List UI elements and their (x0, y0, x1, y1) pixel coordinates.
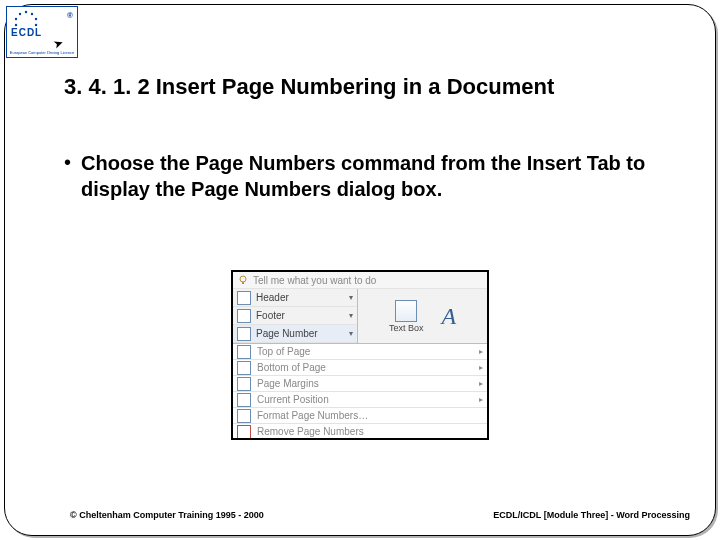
bullet-marker: • (64, 150, 71, 174)
submenu-current-position[interactable]: Current Position ▸ (233, 392, 487, 408)
text-box-label: Text Box (389, 324, 424, 333)
svg-point-2 (35, 18, 37, 20)
page-number-icon (237, 327, 251, 341)
format-icon (237, 409, 251, 423)
svg-point-8 (240, 276, 246, 282)
submenu-label: Bottom of Page (257, 362, 479, 373)
svg-point-0 (25, 11, 27, 13)
svg-point-4 (15, 18, 17, 20)
submenu-top-of-page[interactable]: Top of Page ▸ (233, 344, 487, 360)
current-position-icon (237, 393, 251, 407)
registered-mark: ® (67, 11, 73, 20)
footer-label: Footer (256, 310, 345, 321)
submenu-label: Remove Page Numbers (257, 426, 483, 437)
page-number-submenu: Top of Page ▸ Bottom of Page ▸ Page Marg… (233, 344, 487, 440)
ecdl-logo: ➤ ® ECDL European Computer Driving Licen… (6, 6, 78, 58)
wordart-icon[interactable]: A (441, 303, 456, 330)
instruction-bullet: • Choose the Page Numbers command from t… (64, 150, 680, 202)
bottom-of-page-icon (237, 361, 251, 375)
submenu-arrow-icon: ▸ (479, 363, 483, 372)
lightbulb-icon (237, 274, 249, 286)
svg-point-1 (31, 13, 33, 15)
submenu-page-margins[interactable]: Page Margins ▸ (233, 376, 487, 392)
footer-copyright: © Cheltenham Computer Training 1995 - 20… (70, 510, 264, 520)
page-number-label: Page Number (256, 328, 345, 339)
dropdown-icon: ▾ (349, 293, 353, 302)
text-box-icon (395, 300, 417, 322)
instruction-text: Choose the Page Numbers command from the… (81, 150, 680, 202)
submenu-bottom-of-page[interactable]: Bottom of Page ▸ (233, 360, 487, 376)
emphasis-insert: Insert (527, 152, 581, 174)
page-number-button[interactable]: Page Number ▾ (233, 325, 357, 343)
dropdown-icon: ▾ (349, 311, 353, 320)
svg-point-5 (15, 24, 17, 26)
header-icon (237, 291, 251, 305)
page-margins-icon (237, 377, 251, 391)
svg-point-3 (35, 24, 37, 26)
submenu-arrow-icon: ▸ (479, 347, 483, 356)
ribbon-group: Header ▾ Footer ▾ Page Number ▾ (233, 289, 487, 344)
submenu-arrow-icon: ▸ (479, 379, 483, 388)
text-box-button[interactable]: Text Box (389, 300, 424, 333)
logo-text: ECDL (11, 27, 42, 38)
header-button[interactable]: Header ▾ (233, 289, 357, 307)
footer-module: ECDL/ICDL [Module Three] - Word Processi… (493, 510, 690, 520)
footer-button[interactable]: Footer ▾ (233, 307, 357, 325)
top-of-page-icon (237, 345, 251, 359)
slide: ➤ ® ECDL European Computer Driving Licen… (0, 0, 720, 540)
submenu-label: Current Position (257, 394, 479, 405)
submenu-arrow-icon: ▸ (479, 395, 483, 404)
text-group: Text Box A (358, 289, 487, 343)
header-footer-group: Header ▾ Footer ▾ Page Number ▾ (233, 289, 357, 343)
footer-icon (237, 309, 251, 323)
logo-subtitle: European Computer Driving Licence (7, 50, 77, 55)
dropdown-icon: ▾ (349, 329, 353, 338)
tell-me-placeholder: Tell me what you want to do (253, 275, 376, 286)
text-segment: Choose the (81, 152, 195, 174)
submenu-label: Format Page Numbers… (257, 410, 483, 421)
header-label: Header (256, 292, 345, 303)
tell-me-search[interactable]: Tell me what you want to do (233, 272, 487, 289)
submenu-format-page-numbers[interactable]: Format Page Numbers… (233, 408, 487, 424)
submenu-label: Page Margins (257, 378, 479, 389)
emphasis-page-numbers: Page Numbers (195, 152, 335, 174)
remove-icon (237, 425, 251, 439)
ribbon-screenshot: Tell me what you want to do Header ▾ Foo… (231, 270, 489, 440)
page-title: 3. 4. 1. 2 Insert Page Numbering in a Do… (64, 74, 680, 100)
svg-point-6 (19, 13, 21, 15)
submenu-remove-page-numbers[interactable]: Remove Page Numbers (233, 424, 487, 440)
submenu-label: Top of Page (257, 346, 479, 357)
svg-rect-9 (242, 282, 244, 284)
text-segment: command from the (336, 152, 527, 174)
